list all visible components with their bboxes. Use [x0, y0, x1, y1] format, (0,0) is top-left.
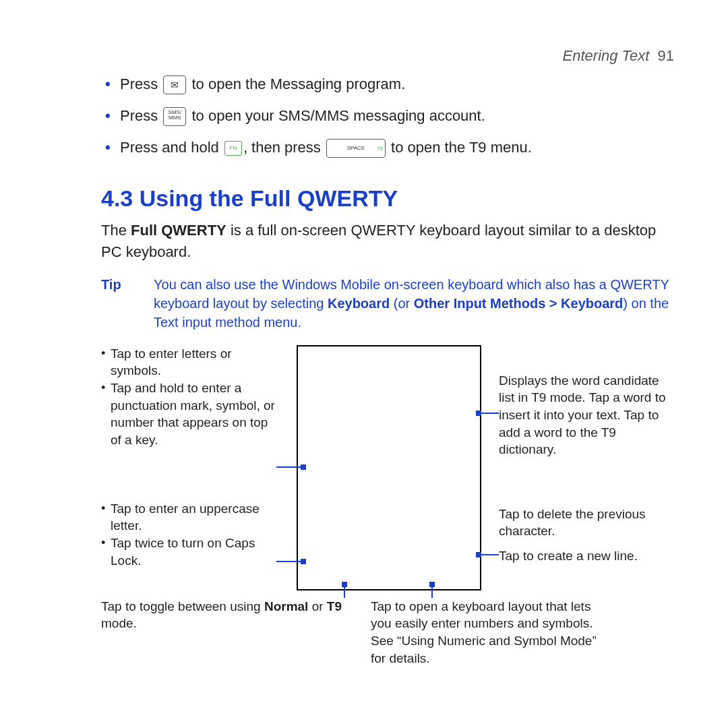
lead-dot	[342, 582, 347, 587]
callout-bottom-left: Tap to toggle between using Normal or T9…	[101, 598, 344, 632]
space-key-icon: T9 SPACE	[326, 139, 386, 158]
phone-outline	[297, 345, 481, 590]
lead-line	[276, 466, 303, 468]
bold: Full QWERTY	[131, 222, 226, 239]
lead-dot	[429, 582, 435, 587]
callout-right-2: Tap to delete the previous character.	[499, 506, 674, 540]
lead-line	[479, 413, 499, 414]
text: Press	[120, 75, 158, 92]
callout-bottom-right: Tap to open a keyboard layout that lets …	[371, 598, 613, 667]
chapter-title: Entering Text	[563, 47, 650, 64]
callout-right-1: Displays the word candidate list in T9 m…	[499, 372, 674, 458]
instruction-list: Press ✉ to open the Messaging program. P…	[101, 73, 674, 158]
tip-block: Tip You can also use the Windows Mobile …	[101, 275, 674, 332]
callout-text: Tap twice to turn on Caps Lock.	[101, 535, 276, 569]
envelope-key-icon: ✉	[163, 75, 186, 94]
sms-mms-key-icon: SMS/ MMS	[163, 107, 186, 126]
callout-text: Tap to delete the previous character.	[499, 507, 646, 539]
callout-left-bottom: Tap to enter an uppercase letter. Tap tw…	[101, 500, 276, 570]
instruction-item: Press SMS/ MMS to open your SMS/MMS mess…	[101, 104, 674, 127]
lead-dot	[476, 552, 481, 557]
text: , then press	[243, 139, 321, 156]
text: to open the Messaging program.	[192, 75, 406, 92]
page-header: Entering Text 91	[101, 47, 674, 65]
callout-text: Tap to create a new line.	[499, 549, 638, 563]
page: Entering Text 91 Press ✉ to open the Mes…	[0, 0, 728, 728]
text: to open your SMS/MMS messaging account.	[192, 107, 485, 124]
callout-text: Tap and hold to enter a punctuation mark…	[101, 380, 276, 449]
lead-dot	[476, 411, 481, 416]
text: Press	[120, 107, 158, 124]
keyboard-diagram: Tap to enter letters or symbols. Tap and…	[101, 345, 674, 655]
text: to open the T9 menu.	[391, 139, 532, 156]
callout-text: Tap to enter an uppercase letter.	[101, 500, 276, 535]
callout-text: Tap to enter letters or symbols.	[101, 345, 276, 380]
callout-right-3: Tap to create a new line.	[499, 547, 674, 565]
tip-label: Tip	[101, 275, 128, 332]
page-number: 91	[658, 47, 674, 64]
section-lead: The Full QWERTY is a full on-screen QWER…	[101, 220, 674, 263]
lead-line	[276, 561, 303, 562]
instruction-item: Press ✉ to open the Messaging program.	[101, 73, 674, 95]
section-heading: 4.3 Using the Full QWERTY	[101, 185, 674, 212]
instruction-item: Press and hold FN, then press T9 SPACE t…	[101, 136, 674, 158]
tip-body: You can also use the Windows Mobile on-s…	[154, 275, 674, 332]
callout-left-top: Tap to enter letters or symbols. Tap and…	[101, 345, 276, 449]
callout-text: Tap to open a keyboard layout that lets …	[371, 599, 597, 665]
text: Press and hold	[120, 139, 219, 156]
fn-key-icon: FN	[224, 141, 242, 156]
lead-line	[479, 554, 499, 555]
lead-dot	[301, 559, 306, 564]
lead-dot	[301, 464, 306, 470]
callout-text: Displays the word candidate list in T9 m…	[499, 373, 665, 457]
